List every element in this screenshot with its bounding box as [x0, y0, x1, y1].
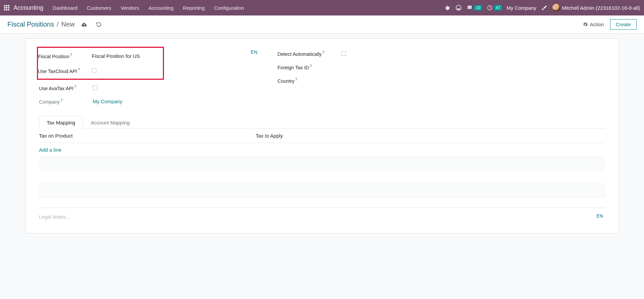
- control-panel-right: Action Create: [583, 19, 637, 30]
- activities-badge: 47: [494, 5, 502, 10]
- form-col-right: Detect Automatically? Foreign Tax ID? Co…: [277, 47, 605, 108]
- detect-auto-label: Detect Automatically?: [277, 50, 341, 57]
- tab-account-mapping[interactable]: Account Mapping: [83, 116, 137, 129]
- svg-point-12: [469, 7, 470, 8]
- use-avatax-checkbox[interactable]: [93, 85, 97, 90]
- activities-icon[interactable]: 47: [487, 5, 502, 11]
- svg-rect-7: [6, 9, 7, 10]
- field-country: Country?: [277, 74, 605, 87]
- main-menu: Dashboard Customers Vendors Accounting R…: [53, 5, 244, 11]
- help-icon[interactable]: ?: [70, 53, 72, 57]
- use-avatax-value: [93, 85, 261, 90]
- status-icons: [81, 21, 102, 28]
- svg-rect-1: [6, 5, 7, 6]
- menu-dashboard[interactable]: Dashboard: [53, 5, 77, 11]
- svg-rect-2: [8, 5, 9, 6]
- field-use-avatax: Use AvaTax API?: [39, 81, 261, 95]
- country-label: Country?: [277, 77, 341, 84]
- menu-customers[interactable]: Customers: [87, 5, 111, 11]
- notebook-tabs: Tax Mapping Account Mapping: [39, 116, 605, 129]
- messages-icon[interactable]: 10: [467, 5, 482, 11]
- legal-notes-area[interactable]: Legal Notes... EN: [39, 208, 605, 220]
- help-icon[interactable]: ?: [310, 64, 312, 68]
- support-icon[interactable]: [455, 4, 462, 11]
- company-link[interactable]: My Company: [93, 99, 122, 104]
- control-panel: Fiscal Positions / New Action Create: [0, 15, 644, 34]
- use-avatax-label: Use AvaTax API?: [39, 85, 93, 91]
- action-button[interactable]: Action: [583, 22, 604, 27]
- debug-icon[interactable]: [444, 5, 450, 11]
- menu-reporting[interactable]: Reporting: [183, 5, 205, 11]
- add-a-line[interactable]: Add a line: [39, 143, 605, 157]
- svg-rect-4: [6, 7, 7, 8]
- use-taxcloud-checkbox[interactable]: [92, 68, 96, 73]
- field-company: Company? My Company: [39, 95, 261, 108]
- field-use-taxcloud: Use TaxCloud API?: [38, 63, 161, 78]
- menu-configuration[interactable]: Configuration: [214, 5, 244, 11]
- gear-icon: [583, 22, 588, 27]
- company-label: Company?: [39, 98, 93, 105]
- svg-point-13: [470, 7, 471, 8]
- tab-tax-mapping[interactable]: Tax Mapping: [39, 116, 83, 129]
- svg-rect-5: [8, 7, 9, 8]
- form-row-top: Fiscal Position? Fiscal Position for US …: [39, 47, 605, 108]
- svg-rect-6: [4, 9, 5, 10]
- col-tax-to-apply: Tax to Apply: [256, 133, 605, 139]
- help-icon[interactable]: ?: [78, 68, 80, 72]
- foreign-tax-label: Foreign Tax ID?: [277, 64, 341, 70]
- create-button[interactable]: Create: [610, 19, 637, 30]
- tools-icon[interactable]: [541, 4, 548, 11]
- breadcrumb-root[interactable]: Fiscal Positions: [7, 21, 54, 28]
- lang-toggle[interactable]: EN: [251, 49, 261, 55]
- breadcrumb: Fiscal Positions / New: [7, 21, 75, 28]
- tab-content: Tax on Product Tax to Apply Add a line: [39, 129, 605, 197]
- table-row: [39, 157, 605, 171]
- company-value[interactable]: My Company: [93, 99, 261, 104]
- detect-auto-value: [341, 51, 605, 56]
- legal-notes-lang-toggle[interactable]: EN: [597, 213, 603, 219]
- table-row: [39, 171, 605, 184]
- field-fiscal-position: Fiscal Position? Fiscal Position for US: [38, 48, 161, 63]
- help-icon[interactable]: ?: [295, 77, 297, 81]
- svg-rect-3: [4, 7, 5, 8]
- user-name: Mitchell Admin (22316102-16-0-all): [562, 5, 640, 11]
- breadcrumb-sep: /: [57, 21, 59, 28]
- app-brand[interactable]: Accounting: [13, 4, 43, 11]
- use-taxcloud-label: Use TaxCloud API?: [38, 68, 92, 74]
- form-sheet: Fiscal Position? Fiscal Position for US …: [25, 38, 619, 233]
- apps-icon[interactable]: [4, 5, 9, 10]
- form-col-left: Fiscal Position? Fiscal Position for US …: [39, 47, 261, 108]
- fiscal-position-value[interactable]: Fiscal Position for US: [92, 53, 161, 59]
- help-icon[interactable]: ?: [322, 50, 324, 54]
- cloud-save-icon[interactable]: [81, 21, 88, 28]
- help-icon[interactable]: ?: [74, 85, 76, 89]
- table-header: Tax on Product Tax to Apply: [39, 129, 605, 143]
- avatar-icon: [552, 4, 560, 12]
- navbar-right: 10 47 My Company Mitchell Admin (2231610…: [444, 4, 640, 12]
- fiscal-position-label: Fiscal Position?: [38, 53, 92, 59]
- menu-accounting[interactable]: Accounting: [148, 5, 173, 11]
- action-label: Action: [590, 22, 604, 27]
- highlight-box: Fiscal Position? Fiscal Position for US …: [37, 47, 164, 80]
- menu-vendors[interactable]: Vendors: [121, 5, 139, 11]
- field-detect-auto: Detect Automatically?: [277, 47, 605, 60]
- messages-badge: 10: [474, 5, 482, 10]
- detect-auto-checkbox[interactable]: [341, 51, 346, 56]
- company-switcher[interactable]: My Company: [507, 5, 536, 11]
- breadcrumb-current: New: [61, 21, 75, 28]
- main-content: Fiscal Position? Fiscal Position for US …: [0, 34, 644, 247]
- svg-rect-8: [8, 9, 9, 10]
- field-foreign-tax: Foreign Tax ID?: [277, 60, 605, 74]
- legal-notes-placeholder: Legal Notes...: [39, 214, 70, 220]
- help-icon[interactable]: ?: [60, 98, 62, 102]
- table-row: [39, 184, 605, 197]
- discard-icon[interactable]: [96, 22, 102, 28]
- use-taxcloud-value: [92, 68, 161, 73]
- svg-point-11: [468, 7, 469, 8]
- svg-rect-0: [4, 5, 5, 6]
- user-menu[interactable]: Mitchell Admin (22316102-16-0-all): [552, 4, 640, 12]
- main-navbar: Accounting Dashboard Customers Vendors A…: [0, 0, 644, 15]
- col-tax-on-product: Tax on Product: [39, 133, 256, 139]
